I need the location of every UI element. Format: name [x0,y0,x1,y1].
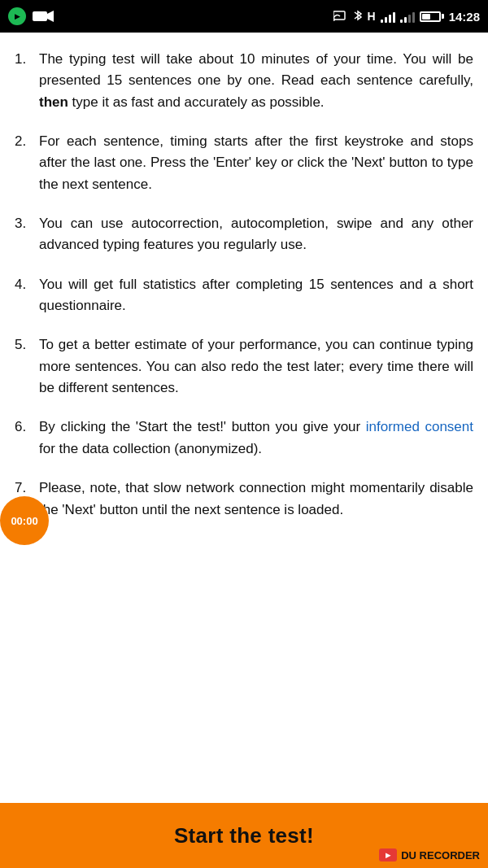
status-bar: H 14:28 [0,0,488,33]
list-item: 4. You will get full statistics after co… [15,274,473,317]
instructions-list: 1. The typing test will take about 10 mi… [15,49,473,521]
status-time: 14:28 [449,10,480,24]
list-item: 1. The typing test will take about 10 mi… [15,49,473,113]
list-number: 5. [15,334,39,399]
list-number: 3. [15,213,39,256]
list-text: You will get full statistics after compl… [39,274,473,317]
battery-icon [420,11,444,22]
spotify-icon [8,7,26,25]
list-item: 3. You can use autocorrection, autocompl… [15,213,473,256]
cast-icon [333,10,348,24]
list-text: You can use autocorrection, autocompleti… [39,213,473,256]
bluetooth-icon [353,9,363,24]
status-bar-right: H 14:28 [333,9,481,24]
list-text: For each sentence, timing starts after t… [39,131,473,195]
timer-button[interactable]: 00:00 [0,496,49,545]
list-text: To get a better estimate of your perform… [39,334,473,399]
list-text: By clicking the 'Start the test!' button… [39,417,473,460]
list-text: Please, note, that slow network connecti… [39,478,473,521]
list-item: 7. Please, note, that slow network conne… [15,478,473,521]
h-network-icon: H [368,10,376,23]
list-number: 6. [15,417,39,460]
timer-label: 00:00 [11,515,37,527]
bottom-bar: Start the test! DU RECORDER [0,803,488,868]
list-number: 4. [15,274,39,317]
svg-marker-1 [47,11,54,22]
svg-point-3 [333,18,335,21]
svg-rect-0 [33,11,47,21]
status-bar-left [8,7,54,25]
instructions-content: 1. The typing test will take about 10 mi… [0,33,488,628]
informed-consent-link[interactable]: informed consent [366,419,473,434]
list-item: 6. By clicking the 'Start the test!' but… [15,417,473,460]
list-item: 5. To get a better estimate of your perf… [15,334,473,399]
list-number: 2. [15,131,39,195]
start-test-button[interactable]: Start the test! [0,803,488,868]
list-text: The typing test will take about 10 minut… [39,49,473,113]
signal-bars-1 [381,10,395,23]
list-number: 1. [15,49,39,113]
list-item: 2. For each sentence, timing starts afte… [15,131,473,195]
signal-bars-2 [400,10,415,23]
camera-icon [33,9,54,24]
